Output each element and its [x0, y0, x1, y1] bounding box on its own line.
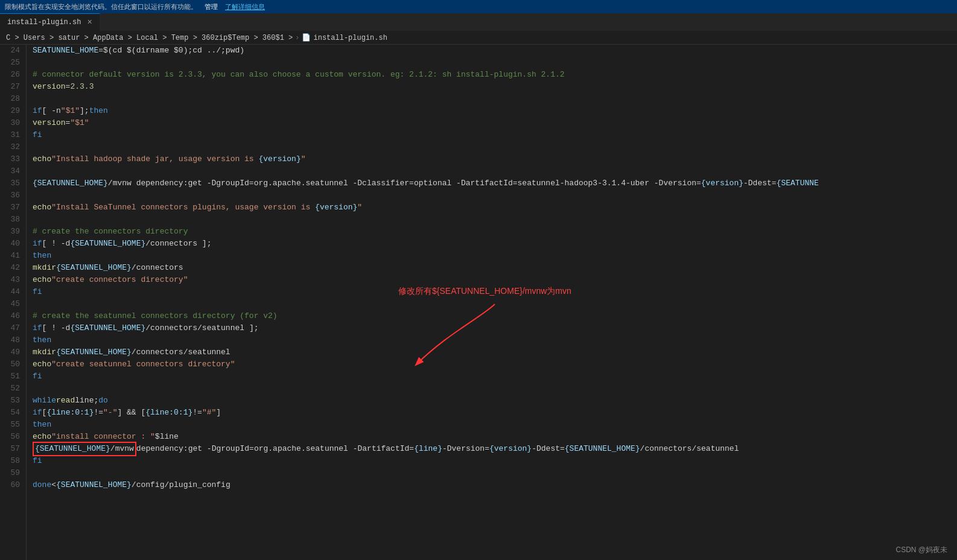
- code-line: if [ ! -d {SEATUNNEL_HOME}/connectors/se…: [33, 322, 957, 334]
- browser-security-bar: 限制模式旨在实现安全地浏览代码。信任此窗口以运行所有功能。 管理 了解详细信息: [0, 0, 957, 13]
- code-line: if [ {line:0:1} != "-" ] && [ {line:0:1}…: [33, 407, 957, 419]
- code-line: fi: [33, 286, 957, 298]
- breadcrumb-separator: ›: [295, 34, 299, 42]
- code-line: fi: [33, 455, 957, 467]
- code-line: then: [33, 419, 957, 431]
- code-line: echo "Install hadoop shade jar, usage ve…: [33, 153, 957, 165]
- code-line: # create the seatunnel connectors direct…: [33, 310, 957, 322]
- code-content[interactable]: SEATUNNEL_HOME=$(cd $(dirname $0);cd ../…: [27, 45, 957, 560]
- code-line: version="$1": [33, 117, 957, 129]
- code-line: version=2.3.3: [33, 81, 957, 93]
- learn-more-link[interactable]: 了解详细信息: [225, 2, 265, 11]
- code-line: mkdir {SEATUNNEL_HOME}/connectors/seatun…: [33, 346, 957, 358]
- file-tab[interactable]: install-plugin.sh ×: [0, 13, 100, 31]
- code-line: fi: [33, 371, 957, 383]
- code-line: [33, 214, 957, 226]
- code-line: echo "create seatunnel connectors direct…: [33, 358, 957, 371]
- code-line: # create the connectors directory: [33, 226, 957, 238]
- code-line: echo "Install SeaTunnel connectors plugi…: [33, 202, 957, 214]
- line-numbers: 2425262728293031323334353637383940414243…: [0, 45, 27, 560]
- code-line: then: [33, 334, 957, 346]
- breadcrumb-file: 📄: [302, 33, 311, 42]
- code-line: fi: [33, 129, 957, 141]
- code-line: mkdir {SEATUNNEL_HOME}/connectors: [33, 262, 957, 274]
- breadcrumb-path: C > Users > satur > AppData > Local > Te…: [6, 34, 293, 42]
- code-line: [33, 165, 957, 177]
- code-line: # connector default version is 2.3.3, yo…: [33, 69, 957, 81]
- breadcrumb: C > Users > satur > AppData > Local > Te…: [0, 31, 957, 45]
- code-line: echo "create connectors directory": [33, 274, 957, 286]
- tab-filename: install-plugin.sh: [7, 18, 81, 27]
- code-line: while read line; do: [33, 395, 957, 407]
- tab-bar: install-plugin.sh ×: [0, 13, 957, 31]
- code-line: {SEATUNNEL_HOME}/mvnw dependency:get -Dg…: [33, 177, 957, 189]
- code-line: [33, 189, 957, 202]
- code-line: [33, 141, 957, 153]
- manage-link[interactable]: 管理: [205, 2, 218, 11]
- code-line: then: [33, 250, 957, 262]
- breadcrumb-filename: install-plugin.sh: [313, 34, 387, 42]
- code-line: SEATUNNEL_HOME=$(cd $(dirname $0);cd ../…: [33, 45, 957, 57]
- code-line: if [ -n "$1" ]; then: [33, 105, 957, 117]
- code-line: [33, 383, 957, 395]
- code-line: [33, 298, 957, 310]
- code-line: {SEATUNNEL_HOME}/mvnw dependency:get -Dg…: [33, 443, 957, 455]
- code-line: [33, 57, 957, 69]
- code-line: [33, 93, 957, 105]
- watermark: CSDN @妈夜未: [895, 545, 947, 555]
- code-line: echo "install connector : "$line: [33, 431, 957, 443]
- tab-close-button[interactable]: ×: [87, 18, 92, 27]
- code-line: if [ ! -d {SEATUNNEL_HOME}/connectors ];: [33, 238, 957, 250]
- code-line: [33, 467, 957, 479]
- code-line: done < {SEATUNNEL_HOME}/config/plugin_co…: [33, 479, 957, 491]
- security-warning-text: 限制模式旨在实现安全地浏览代码。信任此窗口以运行所有功能。: [5, 2, 197, 11]
- code-editor: 2425262728293031323334353637383940414243…: [0, 45, 957, 560]
